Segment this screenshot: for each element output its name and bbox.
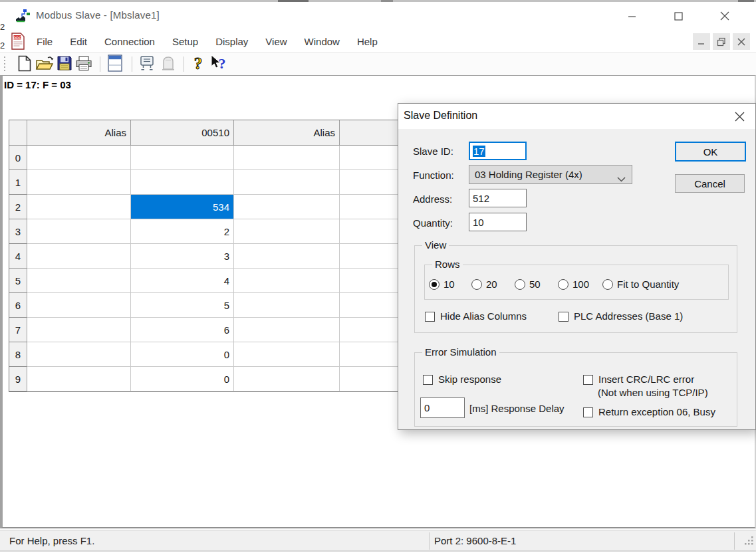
grid-cell-r8c2[interactable]: 0 (131, 342, 234, 367)
disconnect-button[interactable] (158, 55, 178, 74)
dialog-titlebar[interactable]: Slave Definition (398, 104, 755, 129)
grid-cell-r2c1[interactable] (27, 195, 131, 219)
menu-item-file[interactable]: File (28, 36, 61, 47)
grid-cell-r7c1[interactable] (27, 318, 131, 342)
row-header-6: 6 (9, 293, 27, 318)
grid-cell-r3c3[interactable] (234, 219, 340, 244)
display-setup-button[interactable] (105, 55, 125, 74)
background-artifact-text: 2 (0, 41, 5, 51)
menu-item-help[interactable]: Help (348, 36, 386, 47)
row-header-4: 4 (9, 244, 27, 269)
svg-text:?: ? (194, 55, 203, 72)
print-button[interactable] (74, 55, 94, 74)
menu-item-display[interactable]: Display (207, 36, 257, 47)
titlebar[interactable]: Modbus Slave - [Mbslave1] (0, 2, 756, 30)
grid-cell-r8c1[interactable] (27, 342, 131, 367)
function-label: Function: (413, 169, 454, 181)
grid-cell-r9c1[interactable] (27, 367, 131, 391)
radio-icon (471, 279, 482, 290)
toolbar: ? ? (0, 53, 756, 75)
grid-cell-r0c2[interactable] (131, 146, 234, 170)
grid-cell-r9c2[interactable]: 0 (131, 367, 234, 391)
grid-cell-r6c3[interactable] (234, 293, 340, 318)
rows-radio-fit-to-quantity[interactable]: Fit to Quantity (602, 278, 679, 290)
rows-radio-50[interactable]: 50 (515, 278, 541, 290)
menu-item-connection[interactable]: Connection (96, 36, 164, 47)
grid-cell-r7c2[interactable]: 6 (131, 318, 234, 342)
selected-cell[interactable]: 534 (131, 195, 234, 219)
slave-caption: ID = 17: F = 03 (4, 79, 71, 90)
document-icon: DOC (11, 33, 25, 52)
context-help-icon: ? (209, 55, 227, 74)
rows-radio-10[interactable]: 10 (429, 278, 455, 290)
display-setup-icon (108, 55, 122, 74)
quantity-input[interactable]: 10 (469, 213, 527, 231)
close-button[interactable] (709, 2, 740, 30)
row-header-5: 5 (9, 269, 27, 293)
plc-addresses-checkbox[interactable]: PLC Addresses (Base 1) (559, 310, 683, 322)
grid-cell-r1c2[interactable] (131, 170, 234, 195)
function-select[interactable]: 03 Holding Register (4x) (469, 165, 632, 184)
open-folder-icon (35, 55, 54, 73)
grid-cell-r6c1[interactable] (27, 293, 131, 318)
grid-cell-r5c1[interactable] (27, 269, 131, 293)
grid-cell-r4c1[interactable] (27, 244, 131, 269)
return-exception-checkbox[interactable]: Return exception 06, Busy (583, 406, 715, 417)
context-help-button[interactable]: ? (208, 55, 228, 74)
grid-cell-r1c3[interactable] (234, 170, 340, 195)
checkbox-icon (583, 407, 593, 417)
rows-group-label: Rows (432, 259, 463, 270)
minimize-button[interactable] (616, 2, 647, 30)
grid-cell-r5c3[interactable] (234, 269, 340, 293)
grid-cell-r9c3[interactable] (234, 367, 340, 391)
address-label: Address: (413, 193, 452, 205)
window-title: Modbus Slave - [Mbslave1] (36, 9, 160, 21)
grid-cell-r4c3[interactable] (234, 244, 340, 269)
dialog-close-button[interactable] (725, 104, 754, 129)
grid-cell-r3c2[interactable]: 2 (131, 219, 234, 244)
grid-cell-r5c2[interactable]: 4 (131, 269, 234, 293)
mdi-minimize-button[interactable] (693, 33, 710, 50)
status-port-text: Port 2: 9600-8-E-1 (434, 535, 516, 546)
mdi-close-button[interactable] (733, 33, 750, 50)
slave-id-input[interactable]: 17 (469, 142, 527, 160)
grid-cell-r8c3[interactable] (234, 342, 340, 367)
maximize-button[interactable] (663, 2, 693, 30)
toolbar-separator (184, 56, 184, 72)
rows-radio-20[interactable]: 20 (471, 278, 497, 290)
save-button[interactable] (55, 55, 74, 74)
screen: 2 2 Modbus Slave - [Mbslave1] (0, 0, 756, 553)
insert-crc-checkbox[interactable]: Insert CRC/LRC error (583, 374, 694, 385)
grid-cell-r1c1[interactable] (27, 170, 131, 195)
mdi-restore-button[interactable] (713, 33, 730, 50)
open-file-button[interactable] (35, 55, 55, 74)
rows-groupbox: Rows 102050100Fit to Quantity (424, 265, 729, 300)
grid-cell-r2c3[interactable] (234, 195, 340, 219)
menubar: DOC FileEditConnectionSetupDisplayViewWi… (0, 30, 756, 53)
menu-item-view[interactable]: View (257, 36, 295, 47)
skip-response-checkbox[interactable]: Skip response (423, 374, 501, 385)
menu-item-edit[interactable]: Edit (61, 36, 96, 47)
rows-radio-100[interactable]: 100 (558, 278, 589, 290)
grid-cell-r3c1[interactable] (27, 219, 131, 244)
grid-cell-r6c2[interactable]: 5 (131, 293, 234, 318)
response-delay-input[interactable]: 0 (420, 397, 465, 418)
connect-button[interactable] (137, 55, 157, 74)
menu-item-setup[interactable]: Setup (164, 36, 207, 47)
grid-cell-r4c2[interactable]: 3 (131, 244, 234, 269)
grid-cell-r0c1[interactable] (27, 146, 131, 170)
menu-item-window[interactable]: Window (296, 36, 348, 47)
cancel-button[interactable]: Cancel (675, 174, 745, 193)
app-icon (15, 9, 31, 25)
response-delay-value: 0 (424, 402, 430, 413)
new-file-button[interactable] (15, 55, 35, 74)
ok-button[interactable]: OK (675, 142, 746, 162)
view-group-label: View (422, 239, 449, 251)
toolbar-grip[interactable] (4, 56, 5, 72)
resize-grip[interactable] (744, 535, 754, 547)
address-input[interactable]: 512 (469, 189, 527, 207)
help-button[interactable]: ? (188, 55, 208, 74)
grid-cell-r0c3[interactable] (234, 146, 340, 170)
grid-cell-r7c3[interactable] (234, 318, 340, 342)
hide-alias-checkbox[interactable]: Hide Alias Columns (425, 310, 527, 322)
